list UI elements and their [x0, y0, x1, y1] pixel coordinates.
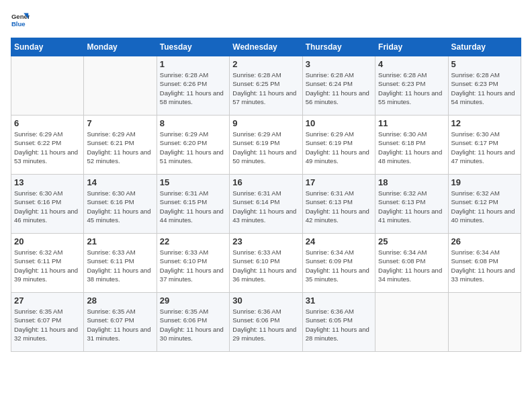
calendar-cell [11, 56, 84, 116]
calendar-cell: 6Sunrise: 6:29 AM Sunset: 6:22 PM Daylig… [11, 116, 84, 175]
day-of-week-header: Thursday [302, 38, 375, 56]
calendar-cell: 24Sunrise: 6:34 AM Sunset: 6:09 PM Dayli… [302, 234, 375, 293]
day-number: 15 [160, 177, 226, 187]
calendar-cell: 8Sunrise: 6:29 AM Sunset: 6:20 PM Daylig… [157, 116, 229, 175]
day-info: Sunrise: 6:34 AM Sunset: 6:09 PM Dayligh… [306, 248, 372, 283]
day-info: Sunrise: 6:31 AM Sunset: 6:14 PM Dayligh… [232, 189, 299, 224]
calendar-cell: 20Sunrise: 6:32 AM Sunset: 6:11 PM Dayli… [11, 234, 84, 293]
calendar-cell: 23Sunrise: 6:33 AM Sunset: 6:10 PM Dayli… [230, 234, 302, 293]
day-number: 26 [451, 236, 518, 246]
calendar-cell: 14Sunrise: 6:30 AM Sunset: 6:16 PM Dayli… [84, 175, 157, 234]
calendar-cell: 3Sunrise: 6:28 AM Sunset: 6:24 PM Daylig… [302, 56, 375, 116]
calendar-cell: 29Sunrise: 6:35 AM Sunset: 6:06 PM Dayli… [157, 293, 229, 352]
day-number: 3 [306, 59, 372, 69]
day-of-week-header: Monday [84, 38, 157, 56]
day-number: 6 [14, 118, 81, 128]
day-number: 28 [87, 295, 153, 306]
day-info: Sunrise: 6:29 AM Sunset: 6:22 PM Dayligh… [14, 130, 81, 165]
calendar-week-row: 20Sunrise: 6:32 AM Sunset: 6:11 PM Dayli… [11, 234, 521, 293]
day-of-week-header: Friday [375, 38, 448, 56]
day-info: Sunrise: 6:30 AM Sunset: 6:16 PM Dayligh… [14, 189, 81, 224]
calendar-cell [84, 56, 157, 116]
day-number: 4 [378, 59, 445, 69]
calendar-cell: 17Sunrise: 6:31 AM Sunset: 6:13 PM Dayli… [302, 175, 375, 234]
day-number: 31 [306, 295, 372, 306]
day-number: 21 [87, 236, 153, 246]
calendar-cell: 10Sunrise: 6:29 AM Sunset: 6:19 PM Dayli… [302, 116, 375, 175]
day-number: 25 [378, 236, 445, 246]
day-info: Sunrise: 6:29 AM Sunset: 6:20 PM Dayligh… [160, 130, 226, 165]
calendar-cell: 16Sunrise: 6:31 AM Sunset: 6:14 PM Dayli… [230, 175, 302, 234]
day-info: Sunrise: 6:34 AM Sunset: 6:08 PM Dayligh… [451, 248, 518, 283]
calendar-cell: 22Sunrise: 6:33 AM Sunset: 6:10 PM Dayli… [157, 234, 229, 293]
calendar-cell [448, 293, 521, 352]
day-number: 9 [232, 118, 299, 128]
day-info: Sunrise: 6:35 AM Sunset: 6:07 PM Dayligh… [87, 307, 153, 342]
day-info: Sunrise: 6:36 AM Sunset: 6:05 PM Dayligh… [306, 307, 372, 342]
day-info: Sunrise: 6:35 AM Sunset: 6:06 PM Dayligh… [160, 307, 226, 342]
calendar-week-row: 27Sunrise: 6:35 AM Sunset: 6:07 PM Dayli… [11, 293, 521, 352]
svg-text:Blue: Blue [11, 20, 26, 28]
day-info: Sunrise: 6:33 AM Sunset: 6:10 PM Dayligh… [232, 248, 299, 283]
day-info: Sunrise: 6:30 AM Sunset: 6:18 PM Dayligh… [378, 130, 445, 165]
calendar-cell: 26Sunrise: 6:34 AM Sunset: 6:08 PM Dayli… [448, 234, 521, 293]
day-number: 27 [14, 295, 81, 306]
calendar-cell: 21Sunrise: 6:33 AM Sunset: 6:11 PM Dayli… [84, 234, 157, 293]
logo: General Blue [11, 11, 32, 30]
day-of-week-header: Tuesday [157, 38, 229, 56]
calendar-cell: 31Sunrise: 6:36 AM Sunset: 6:05 PM Dayli… [302, 293, 375, 352]
calendar-cell: 9Sunrise: 6:29 AM Sunset: 6:19 PM Daylig… [230, 116, 302, 175]
day-number: 5 [451, 59, 518, 69]
day-number: 16 [232, 177, 299, 187]
day-info: Sunrise: 6:36 AM Sunset: 6:06 PM Dayligh… [232, 307, 299, 342]
calendar-cell: 12Sunrise: 6:30 AM Sunset: 6:17 PM Dayli… [448, 116, 521, 175]
calendar-week-row: 1Sunrise: 6:28 AM Sunset: 6:26 PM Daylig… [11, 56, 521, 116]
day-info: Sunrise: 6:31 AM Sunset: 6:13 PM Dayligh… [306, 189, 372, 224]
day-number: 20 [14, 236, 81, 246]
calendar-cell: 27Sunrise: 6:35 AM Sunset: 6:07 PM Dayli… [11, 293, 84, 352]
calendar-cell: 5Sunrise: 6:28 AM Sunset: 6:23 PM Daylig… [448, 56, 521, 116]
day-info: Sunrise: 6:28 AM Sunset: 6:25 PM Dayligh… [232, 71, 299, 106]
day-info: Sunrise: 6:29 AM Sunset: 6:19 PM Dayligh… [306, 130, 372, 165]
day-number: 12 [451, 118, 518, 128]
page-header: General Blue [11, 11, 521, 30]
calendar-cell: 18Sunrise: 6:32 AM Sunset: 6:13 PM Dayli… [375, 175, 448, 234]
day-info: Sunrise: 6:28 AM Sunset: 6:23 PM Dayligh… [451, 71, 518, 106]
day-number: 10 [306, 118, 372, 128]
day-number: 17 [306, 177, 372, 187]
calendar-table: SundayMondayTuesdayWednesdayThursdayFrid… [11, 38, 521, 352]
calendar-week-row: 6Sunrise: 6:29 AM Sunset: 6:22 PM Daylig… [11, 116, 521, 175]
day-number: 18 [378, 177, 445, 187]
day-info: Sunrise: 6:28 AM Sunset: 6:23 PM Dayligh… [378, 71, 445, 106]
calendar-cell [375, 293, 448, 352]
day-number: 19 [451, 177, 518, 187]
calendar-cell: 11Sunrise: 6:30 AM Sunset: 6:18 PM Dayli… [375, 116, 448, 175]
calendar-header-row: SundayMondayTuesdayWednesdayThursdayFrid… [11, 38, 521, 56]
day-info: Sunrise: 6:29 AM Sunset: 6:19 PM Dayligh… [232, 130, 299, 165]
day-info: Sunrise: 6:33 AM Sunset: 6:10 PM Dayligh… [160, 248, 226, 283]
calendar-cell: 30Sunrise: 6:36 AM Sunset: 6:06 PM Dayli… [230, 293, 302, 352]
day-info: Sunrise: 6:28 AM Sunset: 6:26 PM Dayligh… [160, 71, 226, 106]
day-info: Sunrise: 6:30 AM Sunset: 6:17 PM Dayligh… [451, 130, 518, 165]
day-of-week-header: Wednesday [230, 38, 302, 56]
day-number: 29 [160, 295, 226, 306]
calendar-cell: 25Sunrise: 6:34 AM Sunset: 6:08 PM Dayli… [375, 234, 448, 293]
day-of-week-header: Saturday [448, 38, 521, 56]
calendar-cell: 4Sunrise: 6:28 AM Sunset: 6:23 PM Daylig… [375, 56, 448, 116]
day-of-week-header: Sunday [11, 38, 84, 56]
day-number: 24 [306, 236, 372, 246]
logo-icon: General Blue [11, 11, 30, 30]
calendar-cell: 28Sunrise: 6:35 AM Sunset: 6:07 PM Dayli… [84, 293, 157, 352]
day-info: Sunrise: 6:29 AM Sunset: 6:21 PM Dayligh… [87, 130, 153, 165]
calendar-cell: 7Sunrise: 6:29 AM Sunset: 6:21 PM Daylig… [84, 116, 157, 175]
day-info: Sunrise: 6:32 AM Sunset: 6:12 PM Dayligh… [451, 189, 518, 224]
day-info: Sunrise: 6:30 AM Sunset: 6:16 PM Dayligh… [87, 189, 153, 224]
day-number: 14 [87, 177, 153, 187]
calendar-cell: 15Sunrise: 6:31 AM Sunset: 6:15 PM Dayli… [157, 175, 229, 234]
calendar-week-row: 13Sunrise: 6:30 AM Sunset: 6:16 PM Dayli… [11, 175, 521, 234]
day-number: 8 [160, 118, 226, 128]
calendar-cell: 13Sunrise: 6:30 AM Sunset: 6:16 PM Dayli… [11, 175, 84, 234]
day-number: 30 [232, 295, 299, 306]
day-number: 13 [14, 177, 81, 187]
day-number: 11 [378, 118, 445, 128]
